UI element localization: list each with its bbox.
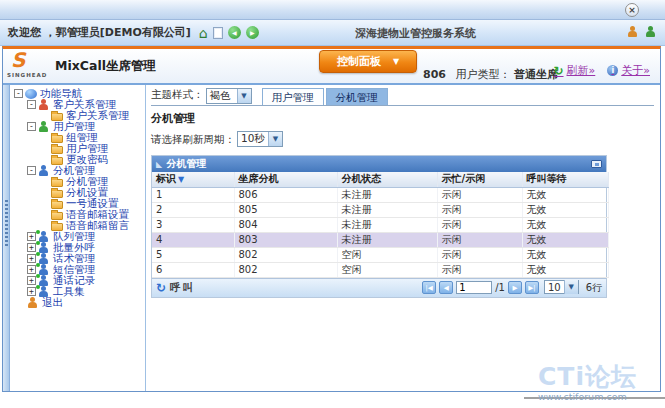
collapse-icon[interactable]: - (27, 100, 36, 109)
home-icon[interactable]: ⌂ (199, 27, 208, 39)
prev-page-icon[interactable]: ◀ (439, 281, 453, 294)
pagination: |◀ ◀ /1 ▶ ▶| 10 ▼ 6行 (422, 280, 602, 295)
table-cell: 2 (152, 202, 234, 217)
expand-icon[interactable]: + (27, 276, 36, 285)
table-cell: 未注册 (337, 232, 437, 247)
table-cell: 空闲 (337, 247, 437, 262)
sidebar-splitter[interactable] (3, 85, 10, 391)
table-cell: 无效 (522, 202, 608, 217)
extension-table: 标识▼ 坐席分机 分机状态 示忙/示闲 呼叫等待 1806未注册示闲无效2805… (152, 172, 609, 278)
table-cell: 无效 (522, 217, 608, 232)
welcome-text: 欢迎您 ，郭管理员[DEMO有限公司] (8, 25, 191, 40)
theme-style-label: 主题样式： (151, 88, 204, 102)
row-count: 6行 (586, 281, 602, 295)
table-row[interactable]: 1806未注册示闲无效 (152, 187, 608, 202)
page-size-value: 10 (545, 282, 564, 293)
refresh-cycle-select[interactable]: 10秒 ▼ (237, 131, 283, 147)
about-link[interactable]: i 关于» (607, 63, 650, 78)
expand-icon[interactable]: + (27, 265, 36, 274)
chevron-down-icon: ▼ (393, 57, 399, 66)
expand-icon[interactable]: + (27, 243, 36, 252)
main-panel: 主题样式： 褐色 ▼ 用户管理 分机管理 分机管理 请选择刷新周期： 10秒 ▼ (146, 85, 660, 391)
table-row[interactable]: 3804未注册示闲无效 (152, 217, 608, 232)
col-header-status[interactable]: 分机状态 (337, 172, 437, 187)
theme-style-value: 褐色 (207, 89, 237, 103)
table-row[interactable]: 2805未注册示闲无效 (152, 202, 608, 217)
table-cell: 3 (152, 217, 234, 232)
page-title: 分机管理 (151, 111, 654, 126)
person-logout-icon (27, 298, 39, 308)
tree-item[interactable]: +工具集 (12, 286, 145, 297)
singhead-logo-icon: S (11, 50, 25, 70)
refresh-link[interactable]: ↻ 刷新» (553, 63, 595, 78)
table-cell: 无效 (522, 232, 608, 247)
tree-item[interactable]: 退出 (12, 297, 145, 308)
splitter-grip-icon (5, 200, 8, 248)
control-panel-label: 控制面板 (337, 54, 381, 69)
person-star-icon (38, 265, 50, 275)
person-red-icon (38, 100, 50, 110)
cti-forum-url: www.ctiforum.com (538, 391, 658, 402)
document-icon[interactable] (213, 27, 223, 39)
table-row[interactable]: 4803未注册示闲无效 (152, 232, 608, 247)
singhead-logo-text: SINGHEAD (7, 72, 47, 78)
agent-number: 806 (423, 68, 446, 81)
folder-icon (51, 223, 63, 231)
table-cell: 802 (234, 247, 337, 262)
expand-icon[interactable]: + (27, 254, 36, 263)
user-status-icon[interactable] (627, 26, 639, 38)
page-total: /1 (495, 282, 505, 293)
dropdown-arrow-icon[interactable]: ▼ (237, 89, 251, 103)
info-icon: i (607, 65, 618, 76)
collapse-icon[interactable]: - (14, 89, 23, 98)
call-button[interactable]: 呼叫 (170, 281, 195, 295)
table-cell: 无效 (522, 247, 608, 262)
forward-icon[interactable]: ▶ (246, 26, 259, 39)
expand-icon[interactable]: + (27, 287, 36, 296)
folder-icon (51, 201, 63, 209)
person-star-icon (38, 232, 50, 242)
table-cell: 未注册 (337, 187, 437, 202)
folder-icon (51, 146, 63, 154)
table-panel-title: 分机管理 (166, 157, 206, 171)
collapse-icon[interactable]: - (27, 122, 36, 131)
sort-desc-icon[interactable]: ▼ (178, 175, 184, 184)
table-row[interactable]: 6802空闲示闲无效 (152, 262, 608, 277)
nav-icon (25, 89, 37, 99)
panel-minimize-icon[interactable] (591, 160, 602, 168)
theme-style-select[interactable]: 褐色 ▼ (206, 88, 252, 104)
tree-item-label[interactable]: 退出 (42, 297, 63, 308)
expand-icon[interactable]: + (27, 232, 36, 241)
tab-extension-management[interactable]: 分机管理 (326, 88, 388, 105)
table-cell: 806 (234, 187, 337, 202)
control-panel-button[interactable]: 控制面板 ▼ (319, 50, 417, 73)
table-cell: 未注册 (337, 217, 437, 232)
col-header-extension[interactable]: 坐席分机 (234, 172, 337, 187)
user-info: 806 用户类型： 普通坐席 (423, 67, 564, 82)
collapse-icon[interactable]: - (27, 166, 36, 175)
person-star-icon (38, 287, 50, 297)
tab-user-management[interactable]: 用户管理 (262, 88, 324, 105)
last-page-icon[interactable]: ▶| (525, 281, 539, 294)
col-header-id[interactable]: 标识▼ (152, 172, 234, 187)
table-cell: 802 (234, 262, 337, 277)
table-cell: 无效 (522, 262, 608, 277)
table-cell: 示闲 (437, 202, 522, 217)
dropdown-arrow-icon[interactable]: ▼ (564, 280, 578, 294)
next-page-icon[interactable]: ▶ (508, 281, 522, 294)
page-size-select[interactable]: 10 ▼ (544, 280, 579, 294)
top-toolbar: 欢迎您 ，郭管理员[DEMO有限公司] ⌂ ◀ ▶ 深海捷物业管控服务系统 (0, 20, 665, 46)
first-page-icon[interactable]: |◀ (422, 281, 436, 294)
close-icon[interactable]: × (625, 3, 639, 17)
panel-collapse-icon[interactable]: ◣ (156, 160, 162, 169)
table-row[interactable]: 5802空闲示闲无效 (152, 247, 608, 262)
agent-monitor-icon[interactable] (645, 26, 657, 38)
page-number-input[interactable] (456, 281, 492, 294)
person-star-icon (38, 243, 50, 253)
refresh-icon[interactable]: ↻ (156, 281, 166, 295)
dropdown-arrow-icon[interactable]: ▼ (268, 132, 282, 146)
col-header-busy-idle[interactable]: 示忙/示闲 (437, 172, 522, 187)
back-icon[interactable]: ◀ (228, 26, 241, 39)
user-type-label: 用户类型： (455, 68, 510, 81)
col-header-call-waiting[interactable]: 呼叫等待 (522, 172, 608, 187)
